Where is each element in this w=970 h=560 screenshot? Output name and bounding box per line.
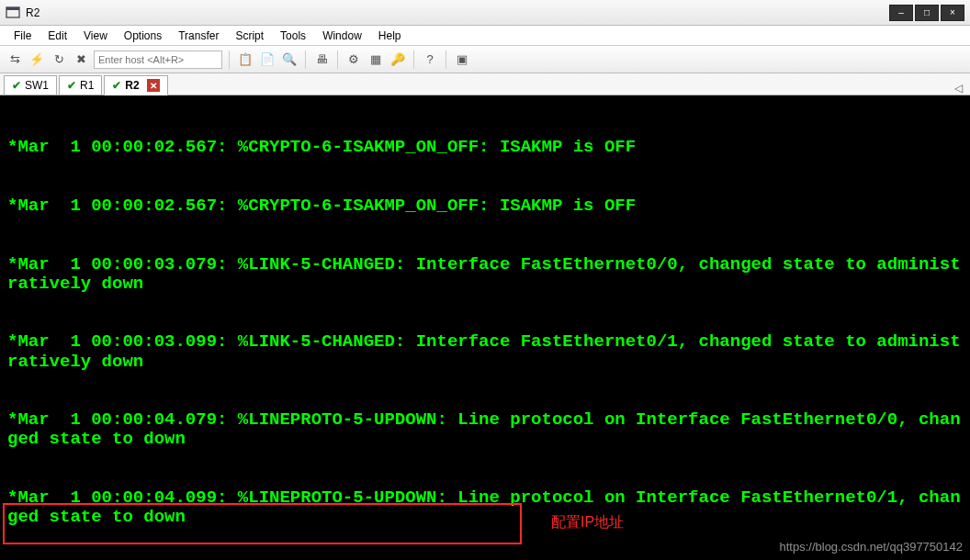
- minimize-button[interactable]: –: [889, 5, 913, 21]
- close-tab-icon[interactable]: ✕: [147, 79, 160, 92]
- terminal-line: *Mar 1 00:00:04.079: %LINEPROTO-5-UPDOWN…: [7, 410, 963, 449]
- tab-label: R2: [125, 79, 139, 92]
- tab-r2[interactable]: ✔ R2 ✕: [104, 75, 167, 95]
- terminal-line: *Mar 1 00:00:02.567: %CRYPTO-6-ISAKMP_ON…: [7, 196, 963, 216]
- session-icon[interactable]: ▦: [367, 50, 385, 69]
- titlebar: R2 – □ ×: [0, 0, 970, 26]
- toolbar: ⇆ ⚡ ↻ ✖ 📋 📄 🔍 🖶 ⚙ ▦ 🔑 ? ▣: [0, 46, 970, 73]
- print-icon[interactable]: 🖶: [312, 50, 331, 69]
- terminal[interactable]: *Mar 1 00:00:02.567: %CRYPTO-6-ISAKMP_ON…: [0, 95, 970, 560]
- tab-label: R1: [80, 79, 94, 92]
- maximize-button[interactable]: □: [915, 5, 939, 21]
- menu-script[interactable]: Script: [227, 29, 272, 42]
- tab-label: SW1: [25, 79, 49, 92]
- quick-connect-icon[interactable]: ⚡: [28, 50, 46, 69]
- watermark: https://blog.csdn.net/qq397750142: [780, 537, 964, 556]
- toolbar-separator: [337, 50, 338, 69]
- paste-icon[interactable]: 📄: [258, 50, 276, 69]
- check-icon: ✔: [67, 79, 76, 92]
- terminal-line: *Mar 1 00:00:02.567: %CRYPTO-6-ISAKMP_ON…: [7, 138, 963, 157]
- menu-help[interactable]: Help: [370, 29, 410, 42]
- check-icon: ✔: [112, 79, 121, 92]
- find-icon[interactable]: 🔍: [280, 50, 299, 69]
- menu-options[interactable]: Options: [116, 29, 170, 42]
- toolbar-separator: [229, 50, 230, 69]
- check-icon: ✔: [12, 79, 21, 92]
- menu-transfer[interactable]: Transfer: [170, 29, 227, 42]
- window-title: R2: [26, 6, 39, 19]
- copy-icon[interactable]: 📋: [236, 50, 254, 69]
- tab-sw1[interactable]: ✔ SW1: [4, 75, 57, 95]
- menu-window[interactable]: Window: [314, 29, 370, 42]
- tab-r1[interactable]: ✔ R1: [59, 75, 102, 95]
- key-icon[interactable]: 🔑: [389, 50, 407, 69]
- menu-view[interactable]: View: [75, 29, 116, 42]
- tabbar: ✔ SW1 ✔ R1 ✔ R2 ✕ ◁: [0, 73, 970, 95]
- tab-scroll-left[interactable]: ◁: [954, 82, 970, 95]
- terminal-line: *Mar 1 00:00:03.079: %LINK-5-CHANGED: In…: [7, 255, 963, 294]
- help-icon[interactable]: ?: [421, 50, 439, 69]
- host-input[interactable]: [94, 50, 222, 69]
- menu-file[interactable]: File: [6, 29, 39, 42]
- reconnect-icon[interactable]: ↻: [50, 50, 68, 69]
- menu-edit[interactable]: Edit: [39, 29, 75, 42]
- menu-tools[interactable]: Tools: [272, 29, 314, 42]
- toolbar-separator: [413, 50, 414, 69]
- close-button[interactable]: ×: [941, 5, 964, 21]
- terminal-line: *Mar 1 00:00:03.099: %LINK-5-CHANGED: In…: [7, 332, 963, 371]
- app-icon: [6, 6, 20, 20]
- connect-icon[interactable]: ⇆: [6, 50, 24, 69]
- annotation-label: 配置IP地址: [551, 512, 624, 532]
- disconnect-icon[interactable]: ✖: [72, 50, 90, 69]
- toolbar-separator: [305, 50, 306, 69]
- toolbar-separator: [446, 50, 446, 69]
- terminal-line: *Mar 1 00:00:04.099: %LINEPROTO-5-UPDOWN…: [7, 488, 963, 527]
- window-icon[interactable]: ▣: [453, 50, 471, 69]
- settings-icon[interactable]: ⚙: [344, 50, 363, 69]
- menubar: File Edit View Options Transfer Script T…: [0, 26, 970, 46]
- svg-rect-1: [6, 7, 19, 10]
